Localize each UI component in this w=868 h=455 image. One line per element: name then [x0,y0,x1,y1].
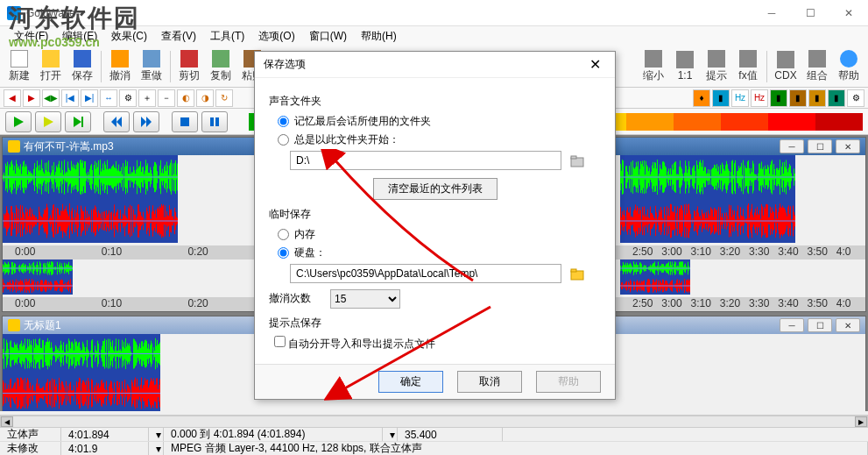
fx-button[interactable]: fx值 [732,47,764,86]
help-button[interactable]: 帮助 [833,47,864,86]
view1-button[interactable]: ▮ [770,89,787,107]
menu-file[interactable]: 文件(F) [9,27,53,46]
marker-prev-button[interactable]: ◀ [4,89,21,107]
sound-folder-path-input[interactable] [290,151,561,170]
menu-window[interactable]: 窗口(W) [304,27,352,46]
zoom-out-button[interactable]: 缩小 [638,47,669,86]
dropdown-icon[interactable]: ▾ [383,428,398,441]
waveform-display[interactable] [3,334,160,411]
hint-button[interactable]: 提示 [701,47,732,86]
status-channels: 立体声 [0,428,61,441]
svg-rect-8 [180,117,189,126]
one-to-one-button[interactable]: 1:1 [669,47,701,86]
zoom-in-edit-button[interactable]: ＋ [138,89,156,107]
view4-button[interactable]: ▮ [828,89,845,107]
play-sel-button[interactable] [35,111,61,132]
sel-start-button[interactable]: |◀ [61,89,79,107]
hz2-button[interactable]: Hz [751,89,768,107]
time-ruler-overview-right: 2:503:003:103:203:303:403:504:0 [620,297,865,311]
spec-button[interactable]: ▮ [712,89,730,107]
view2-button[interactable]: ▮ [789,89,807,107]
waveform-display[interactable] [3,155,178,243]
marker-next-button[interactable]: ▶ [23,89,40,107]
radio-disk-input[interactable] [278,247,289,259]
svg-marker-4 [111,117,116,127]
browse-folder-button[interactable] [568,152,587,171]
save-options-dialog: 保存选项 ✕ 声音文件夹 记忆最后会话所使用的文件夹 总是以此文件夹开始： 清空… [254,51,616,400]
eq-button[interactable]: ♦ [693,89,710,107]
cancel-button[interactable]: 取消 [457,371,522,393]
view-button[interactable]: ◐ [177,89,194,107]
wave-min-button[interactable]: ─ [780,318,804,332]
zoom-out-edit-button[interactable]: － [158,89,175,107]
radio-remember-folder[interactable]: 记忆最后会话所使用的文件夹 [278,114,601,129]
scroll-right-button[interactable]: ▶ [855,416,867,427]
redo-button[interactable]: 重做 [136,47,167,86]
status-format: MPEG 音频 Layer-3, 44100 Hz, 128 kbps, 联合立… [164,442,868,455]
dropdown-icon[interactable]: ▾ [149,442,164,455]
browse-temp-folder-button[interactable] [568,265,587,284]
close-button[interactable]: ✕ [829,0,868,26]
marker-expand-button[interactable]: ◀▶ [42,89,60,107]
radio-memory[interactable]: 内存 [278,227,601,242]
clear-recent-list-button[interactable]: 清空最近的文件列表 [373,178,498,200]
menu-tool[interactable]: 工具(T) [205,27,250,46]
wave-max-button[interactable]: ☐ [808,139,832,153]
radio-memory-input[interactable] [278,229,289,240]
menu-view[interactable]: 查看(V) [156,27,201,46]
horizontal-scrollbar[interactable]: ◀ ▶ [0,416,868,428]
radio-always-input[interactable] [278,134,289,146]
menu-options[interactable]: 选项(O) [253,27,300,46]
cue-checkbox-input[interactable] [274,336,286,347]
wave-max-button[interactable]: ☐ [808,318,832,332]
view-end-button[interactable]: ◑ [196,89,214,107]
wave-close-button[interactable]: ✕ [836,318,860,332]
waveform-display-right[interactable] [620,155,795,243]
temp-folder-path-input[interactable] [290,264,561,283]
waveform-overview-right[interactable] [620,259,690,295]
options-button[interactable]: ⚙ [847,89,864,107]
menu-edit[interactable]: 编辑(E) [57,27,102,46]
new-button[interactable]: 新建 [4,47,35,86]
undo-count-select[interactable]: 15 [330,289,400,309]
hz1-button[interactable]: Hz [731,89,749,107]
radio-always-folder[interactable]: 总是以此文件夹开始： [278,132,601,147]
forward-button[interactable] [133,111,159,132]
save-button[interactable]: 保存 [67,47,98,86]
sel-all-button[interactable]: ↔ [100,89,117,107]
cut-button[interactable]: 剪切 [173,47,205,86]
open-button[interactable]: 打开 [35,47,67,86]
radio-disk[interactable]: 硬盘： [278,245,601,260]
rewind-button[interactable] [103,111,130,132]
stop-button[interactable] [172,111,198,132]
view3-button[interactable]: ▮ [808,89,826,107]
svg-marker-0 [14,117,24,127]
dialog-titlebar[interactable]: 保存选项 ✕ [255,52,615,78]
gear-button[interactable]: ⚙ [119,89,137,107]
dialog-help-button[interactable]: 帮助 [536,371,601,393]
radio-remember-input[interactable] [278,116,289,127]
maximize-button[interactable]: ☐ [791,0,829,26]
pause-button[interactable] [201,111,228,132]
sel-end-button[interactable]: ▶| [81,89,98,107]
dropdown-icon[interactable]: ▾ [149,428,164,441]
play-loop-button[interactable] [65,111,91,132]
scroll-left-button[interactable]: ◀ [1,416,13,427]
loop-button[interactable]: ↻ [215,89,233,107]
undo-button[interactable]: 撤消 [104,47,136,86]
play-button[interactable] [5,111,32,132]
dialog-close-button[interactable]: ✕ [584,56,606,73]
combine-button[interactable]: 组合 [801,47,833,86]
cue-auto-split-checkbox[interactable]: 自动分开导入和导出提示点文件 [274,336,601,352]
menu-effect[interactable]: 效果(C) [106,27,152,46]
minimize-button[interactable]: ─ [752,0,791,26]
copy-button[interactable]: 复制 [205,47,236,86]
menu-help[interactable]: 帮助(H) [356,27,402,46]
svg-marker-5 [116,117,122,127]
cdx-button[interactable]: CDX [770,47,801,86]
ok-button[interactable]: 确定 [378,371,443,393]
svg-rect-10 [215,117,219,126]
wave-min-button[interactable]: ─ [780,139,804,153]
waveform-overview[interactable] [3,259,73,295]
wave-close-button[interactable]: ✕ [836,139,860,153]
